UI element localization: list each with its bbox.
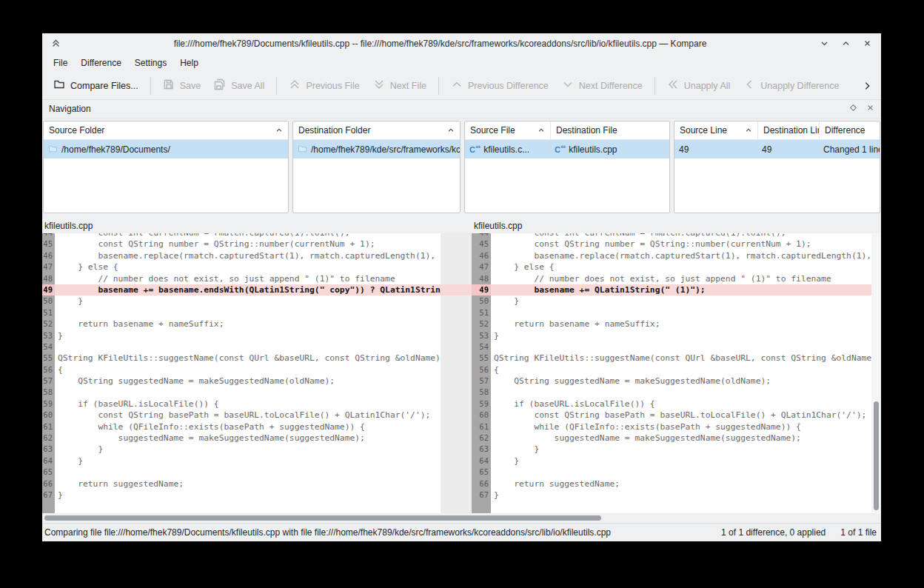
destination-code-line-48[interactable]: // number does not exist, so just append…	[491, 273, 871, 284]
shade-icon[interactable]	[51, 39, 61, 48]
source-code-line-54[interactable]	[55, 341, 441, 353]
source-code-line-44[interactable]: const int currentNum = rmatch.captured(1…	[55, 233, 441, 238]
destination-line-number-gutter: 4445464748495051525354555657585960616263…	[472, 233, 491, 513]
destination-code-line-52[interactable]: return basename + nameSuffix;	[491, 318, 871, 330]
source-code-line-57[interactable]: QString suggestedName = makeSuggestedNam…	[55, 375, 441, 387]
destination-code-line-66[interactable]: return suggestedName;	[491, 478, 871, 490]
source-code-line-48[interactable]: // number does not exist, so just append…	[55, 273, 441, 284]
source-file-column-header[interactable]: Source File	[465, 121, 550, 139]
source-code-line-60[interactable]: const QString basePath = baseURL.toLocal…	[55, 410, 441, 421]
destination-code-line-46[interactable]: basename.replace(rmatch.capturedStart(1)…	[491, 250, 871, 261]
destination-code-line-51[interactable]	[491, 307, 871, 318]
difference-row[interactable]: 49 49 Changed 1 line	[674, 140, 880, 158]
source-folder-row[interactable]: /home/fhek789/Documents/	[44, 140, 288, 158]
float-dock-icon[interactable]	[849, 104, 857, 114]
save-button: Save	[156, 76, 208, 96]
close-button[interactable]	[863, 39, 872, 48]
vertical-scrollbar[interactable]	[871, 233, 881, 513]
source-code-line-45[interactable]: const QString number = QString::number(c…	[55, 238, 441, 250]
destination-file-column-header[interactable]: Destination File	[550, 121, 669, 139]
close-dock-icon[interactable]	[866, 104, 874, 114]
source-code-pane[interactable]: const int currentNum = rmatch.captured(1…	[55, 233, 441, 513]
source-folder-column-header[interactable]: Source Folder	[44, 121, 288, 139]
menu-settings[interactable]: Settings	[128, 56, 173, 70]
destination-code-line-47[interactable]: } else {	[491, 261, 871, 273]
destination-gutter-line-51: 51	[472, 307, 491, 318]
source-code-line-62[interactable]: suggestedName = makeSuggestedName(sugges…	[55, 432, 441, 444]
minimize-button[interactable]	[820, 39, 829, 48]
destination-code-line-59[interactable]: if (baseURL.isLocalFile()) {	[491, 398, 871, 410]
destination-code-line-49[interactable]: basename += QLatin1String(" (1)");	[491, 284, 871, 295]
destination-code-line-62[interactable]: suggestedName = makeSuggestedName(sugges…	[491, 432, 871, 444]
destination-code-line-61[interactable]: while (QFileInfo::exists(basePath + sugg…	[491, 421, 871, 432]
destination-code-line-63[interactable]: }	[491, 444, 871, 455]
sort-ascending-icon	[443, 127, 455, 134]
destination-code-line-67[interactable]: }	[491, 490, 871, 501]
source-code-line-63[interactable]: }	[55, 444, 441, 455]
source-code-line-46[interactable]: basename.replace(rmatch.capturedStart(1)…	[55, 250, 441, 261]
source-code-line-59[interactable]: if (baseURL.isLocalFile()) {	[55, 398, 441, 410]
source-line-column-header[interactable]: Source Line	[674, 121, 757, 139]
titlebar[interactable]: file:///home/fhek789/Documents/kfileutil…	[42, 33, 881, 53]
menu-help[interactable]: Help	[173, 56, 205, 70]
menu-difference[interactable]: Difference	[74, 56, 127, 70]
cpp-file-icon: C++	[555, 144, 565, 154]
source-code-line-66[interactable]: return suggestedName;	[55, 478, 441, 490]
destination-code-line-56[interactable]: {	[491, 364, 871, 375]
save-icon	[163, 78, 175, 93]
compare-files-button[interactable]: Compare Files...	[47, 76, 145, 96]
source-code-line-64[interactable]: }	[55, 455, 441, 467]
destination-code-line-54[interactable]	[491, 341, 871, 353]
source-code-line-53[interactable]: }	[55, 330, 441, 341]
destination-code-line-53[interactable]: }	[491, 330, 871, 341]
destination-gutter-line-46: 46	[472, 250, 491, 261]
source-code-line-56[interactable]: {	[55, 364, 441, 375]
source-gutter-line-57: 57	[42, 375, 55, 387]
destination-code-line-65[interactable]	[491, 467, 871, 478]
source-gutter-line-62: 62	[42, 432, 55, 444]
source-code-line-61[interactable]: while (QFileInfo::exists(basePath + sugg…	[55, 421, 441, 432]
destination-line-column-header[interactable]: Destination Line	[757, 121, 819, 139]
source-code-line-52[interactable]: return basename + nameSuffix;	[55, 318, 441, 330]
destination-code-line-55[interactable]: QString KFileUtils::suggestName(const QU…	[491, 353, 871, 364]
source-code-line-50[interactable]: }	[55, 295, 441, 307]
destination-code-line-44[interactable]: const int currentNum = rmatch.captured(1…	[491, 233, 871, 238]
destination-folder-list: Destination Folder /home/fhek789/kde/src…	[292, 121, 461, 213]
destination-code-line-57[interactable]: QString suggestedName = makeSuggestedNam…	[491, 375, 871, 387]
destination-code-line-50[interactable]: }	[491, 295, 871, 307]
navigation-panel: Source Folder /home/fhek789/Documents/	[42, 118, 881, 218]
destination-code-line-45[interactable]: const QString number = QString::number(c…	[491, 238, 871, 250]
status-message: Comparing file file:///home/fhek789/Docu…	[44, 527, 721, 538]
unapply-all-button: Unapply All	[660, 76, 737, 96]
source-code-line-55[interactable]: QString KFileUtils::suggestName(const QU…	[55, 353, 441, 364]
difference-column-header[interactable]: Difference	[819, 121, 880, 139]
maximize-button[interactable]	[841, 39, 851, 48]
horizontal-scrollbar-handle[interactable]	[44, 515, 601, 521]
destination-gutter-line-59: 59	[472, 398, 491, 410]
source-code-line-67[interactable]: }	[55, 490, 441, 501]
toolbar-overflow-button[interactable]	[857, 78, 877, 94]
destination-code-pane[interactable]: const int currentNum = rmatch.captured(1…	[491, 233, 871, 513]
folder-icon	[298, 144, 307, 155]
destination-folder-row[interactable]: /home/fhek789/kde/src/frameworks/kcoread…	[293, 140, 460, 158]
connector-line-52	[441, 318, 472, 330]
horizontal-scrollbar[interactable]	[42, 513, 881, 523]
destination-code-line-58[interactable]	[491, 387, 871, 398]
destination-code-line-64[interactable]: }	[491, 455, 871, 467]
source-code-line-47[interactable]: } else {	[55, 261, 441, 273]
destination-folder-column-header[interactable]: Destination Folder	[293, 121, 460, 139]
connector-line-67	[441, 490, 472, 501]
destination-gutter-line-61: 61	[472, 421, 491, 432]
source-code-line-49[interactable]: basename += basename.endsWith(QLatin1Str…	[55, 284, 441, 295]
source-gutter-line-60: 60	[42, 410, 55, 421]
source-code-line-58[interactable]	[55, 387, 441, 398]
file-row[interactable]: C++ kfileutils.c... C++ kfileutils.cpp	[465, 140, 669, 158]
destination-pane-title: kfileutils.cpp	[472, 221, 881, 231]
destination-gutter-line-64: 64	[472, 455, 491, 467]
source-code-line-51[interactable]	[55, 307, 441, 318]
destination-gutter-line-67: 67	[472, 490, 491, 501]
vertical-scrollbar-handle[interactable]	[874, 401, 879, 510]
destination-code-line-60[interactable]: const QString basePath = baseURL.toLocal…	[491, 410, 871, 421]
source-code-line-65[interactable]	[55, 467, 441, 478]
menu-file[interactable]: File	[47, 56, 74, 70]
